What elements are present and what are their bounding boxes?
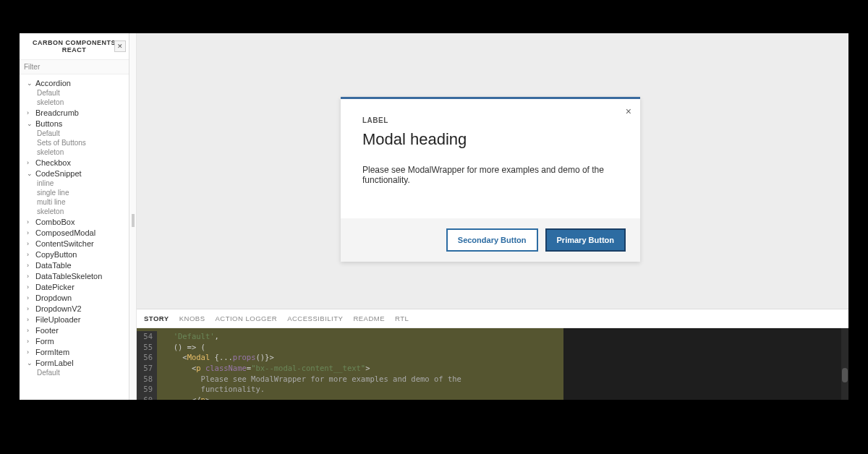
chevron-right-icon: ›	[27, 251, 34, 258]
tree-item[interactable]: ⌄FormLabel	[20, 357, 129, 368]
line-number: 60	[137, 395, 157, 400]
code-content: </p>	[164, 395, 210, 400]
tree-item[interactable]: ›Footer	[20, 325, 129, 335]
tree-item-label: ComposedModal	[35, 228, 95, 237]
tree-item[interactable]: ›ComposedModal	[20, 227, 129, 238]
line-number: 54	[137, 331, 157, 342]
sidebar: CARBON COMPONENTS REACT ✕ Filter ⌄Accord…	[20, 33, 129, 400]
secondary-button[interactable]: Secondary Button	[446, 228, 538, 252]
story-canvas: × LABEL Modal heading Please see ModalWr…	[137, 33, 848, 309]
tree-sub-item[interactable]: single line	[20, 188, 129, 197]
code-content: <p className="bx--modal-content__text">	[164, 363, 370, 374]
tree-sub-item[interactable]: Default	[20, 88, 129, 98]
chevron-right-icon: ›	[27, 240, 34, 247]
modal-content: × LABEL Modal heading Please see ModalWr…	[341, 99, 640, 218]
tree-sub-item[interactable]: skeleton	[20, 207, 129, 216]
code-line: 57 <p className="bx--modal-content__text…	[137, 363, 848, 374]
chevron-down-icon: ⌄	[27, 80, 34, 87]
modal: × LABEL Modal heading Please see ModalWr…	[341, 97, 640, 262]
chevron-right-icon: ›	[27, 273, 34, 280]
chevron-right-icon: ›	[27, 218, 34, 226]
code-line: 58 Please see ModalWrapper for more exam…	[137, 374, 848, 385]
tree-item[interactable]: ›FileUploader	[20, 314, 129, 325]
sidebar-close-button[interactable]: ✕	[114, 40, 126, 52]
code-content: 'Default',	[164, 331, 219, 342]
tree-item-label: Dropdown	[35, 294, 72, 302]
storybook-app: CARBON COMPONENTS REACT ✕ Filter ⌄Accord…	[20, 33, 848, 400]
tree-sub-item[interactable]: Sets of Buttons	[20, 138, 129, 147]
tree-item-label: Breadcrumb	[35, 108, 79, 117]
chevron-right-icon: ›	[27, 348, 34, 356]
chevron-right-icon: ›	[27, 294, 34, 301]
tree-item-label: DataTableSkeleton	[35, 272, 102, 280]
line-number: 55	[137, 342, 157, 353]
primary-button[interactable]: Primary Button	[545, 228, 626, 252]
modal-close-button[interactable]: ×	[626, 106, 631, 116]
tree-item[interactable]: ›FormItem	[20, 346, 129, 357]
tree-item-label: FormItem	[35, 348, 69, 356]
chevron-down-icon: ⌄	[27, 359, 34, 367]
chevron-right-icon: ›	[27, 283, 34, 291]
addon-tab[interactable]: ACTION LOGGER	[215, 314, 277, 322]
tree-sub-item[interactable]: skeleton	[20, 98, 129, 107]
sidebar-resize-gutter[interactable]	[129, 33, 137, 400]
modal-body-text: Please see ModalWrapper for more example…	[362, 165, 618, 185]
tree-sub-item[interactable]: inline	[20, 179, 129, 188]
chevron-right-icon: ›	[27, 262, 34, 269]
tree-item[interactable]: ›ContentSwitcher	[20, 238, 129, 249]
addon-tab[interactable]: RTL	[395, 314, 409, 322]
chevron-right-icon: ›	[27, 109, 34, 116]
story-source-code[interactable]: 54 'Default',55 () => (56 <Modal {...pro…	[137, 328, 848, 400]
tree-sub-item[interactable]: Default	[20, 368, 129, 377]
chevron-right-icon: ›	[27, 305, 34, 312]
tree-item-label: FileUploader	[35, 315, 80, 324]
tree-item[interactable]: ⌄Accordion	[20, 77, 129, 88]
tree-item[interactable]: ›Form	[20, 335, 129, 346]
main-panel: Show Info × LABEL Modal heading Please s…	[137, 33, 848, 400]
drag-handle-icon[interactable]	[132, 214, 135, 227]
tree-item[interactable]: ›Breadcrumb	[20, 107, 129, 118]
chevron-right-icon: ›	[27, 338, 34, 345]
code-content: functionality.	[164, 384, 265, 395]
tree-item-label: Footer	[35, 326, 59, 335]
code-line: 60 </p>	[137, 395, 848, 400]
tree-item[interactable]: ›Dropdown	[20, 292, 129, 303]
tree-item[interactable]: ›CopyButton	[20, 249, 129, 260]
chevron-right-icon: ›	[27, 316, 34, 323]
tree-item[interactable]: ⌄CodeSnippet	[20, 168, 129, 179]
modal-footer: Secondary Button Primary Button	[341, 218, 640, 262]
tree-item[interactable]: ›DataTable	[20, 260, 129, 270]
code-content: () => (	[164, 342, 205, 353]
tree-item-label: ComboBox	[35, 218, 75, 226]
tree-sub-item[interactable]: multi line	[20, 197, 129, 207]
tree-item-label: FormLabel	[35, 359, 74, 367]
tree-sub-item[interactable]: Default	[20, 129, 129, 138]
filter-input[interactable]: Filter	[20, 60, 129, 74]
code-line: 56 <Modal {...props()}>	[137, 352, 848, 363]
addon-tab[interactable]: KNOBS	[179, 314, 205, 322]
addon-tab[interactable]: STORY	[144, 314, 169, 322]
addon-panel: STORYKNOBSACTION LOGGERACCESSIBILITYREAD…	[137, 309, 848, 400]
component-tree[interactable]: ⌄AccordionDefaultskeleton›Breadcrumb⌄But…	[20, 74, 129, 400]
tree-item-label: CopyButton	[35, 250, 77, 259]
tree-item[interactable]: ›DropdownV2	[20, 303, 129, 314]
tree-item[interactable]: ›DataTableSkeleton	[20, 270, 129, 281]
modal-label: LABEL	[362, 116, 618, 124]
tree-sub-item[interactable]: skeleton	[20, 147, 129, 157]
chevron-right-icon: ›	[27, 159, 34, 166]
code-line: 59 functionality.	[137, 384, 848, 395]
tree-item-label: Checkbox	[35, 158, 71, 167]
addon-tab[interactable]: ACCESSIBILITY	[287, 314, 343, 322]
tree-item[interactable]: ⌄Buttons	[20, 118, 129, 129]
code-scroll-thumb[interactable]	[842, 368, 848, 382]
tree-item[interactable]: ›DatePicker	[20, 281, 129, 292]
sidebar-header: CARBON COMPONENTS REACT ✕	[20, 33, 129, 60]
tree-item-label: Buttons	[35, 119, 62, 128]
chevron-right-icon: ›	[27, 327, 34, 334]
line-number: 56	[137, 352, 157, 363]
tree-item[interactable]: ›ComboBox	[20, 216, 129, 227]
code-scrollbar[interactable]	[841, 328, 848, 400]
addon-tab[interactable]: README	[353, 314, 385, 322]
chevron-down-icon: ⌄	[27, 170, 34, 177]
tree-item[interactable]: ›Checkbox	[20, 157, 129, 168]
